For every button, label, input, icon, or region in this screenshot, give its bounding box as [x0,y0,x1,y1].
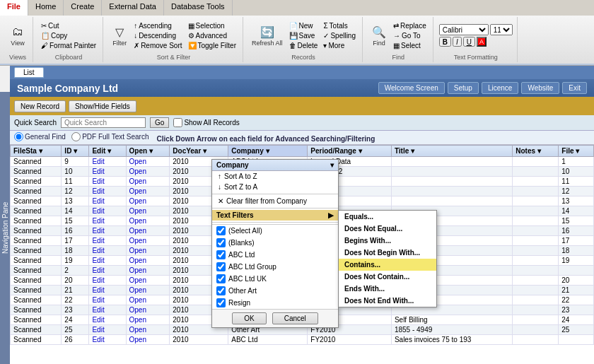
col-file[interactable]: File ▾ [559,146,594,157]
underline-button[interactable]: U [463,37,475,47]
table-cell[interactable]: Open [126,256,170,266]
edit-link[interactable]: Edit [92,158,104,165]
tab-create[interactable]: Create [64,0,102,16]
table-cell[interactable]: Edit [89,286,126,295]
table-cell[interactable]: Edit [89,177,126,187]
table-cell[interactable]: Edit [89,226,126,236]
filter-checkbox[interactable] [216,250,226,259]
edit-link[interactable]: Edit [92,266,104,274]
welcome-screen-btn[interactable]: Welcome Screen [378,82,445,94]
open-link[interactable]: Open [129,286,146,294]
table-cell[interactable]: Open [126,295,170,305]
table-cell[interactable]: Edit [89,187,126,196]
edit-link[interactable]: Edit [92,207,104,215]
edit-link[interactable]: Edit [92,247,104,254]
table-cell[interactable]: Open [126,276,170,286]
table-cell[interactable]: Edit [89,295,126,305]
tab-external-data[interactable]: External Data [102,0,164,16]
replace-button[interactable]: ⇄ Replace [391,21,429,30]
edit-link[interactable]: Edit [92,187,104,195]
checkbox-item[interactable]: Other Art [212,285,338,297]
pdf-find-radio[interactable] [71,132,81,141]
open-link[interactable]: Open [129,296,146,304]
open-link[interactable]: Open [129,316,146,324]
edit-link[interactable]: Edit [92,296,104,304]
table-cell[interactable]: Open [126,236,170,246]
edit-link[interactable]: Edit [92,336,104,344]
filter-checkbox[interactable] [216,286,226,295]
table-cell[interactable]: Open [126,177,170,187]
open-link[interactable]: Open [129,197,146,205]
new-record-toolbar-btn[interactable]: New Record [14,100,66,112]
general-find-radio[interactable] [14,132,23,141]
copy-button[interactable]: 📋 Copy [39,31,98,40]
tab-database-tools[interactable]: Database Tools [164,0,233,16]
table-cell[interactable]: Open [126,315,170,325]
col-id[interactable]: ID ▾ [62,146,89,157]
col-edit[interactable]: Edit ▾ [89,146,126,157]
sort-a-z-item[interactable]: ↑ Sort A to Z [212,171,338,182]
select-button[interactable]: ▦ Select [391,41,429,50]
does-not-equal-item[interactable]: Does Not Equal... [339,223,436,235]
edit-link[interactable]: Edit [92,306,104,314]
edit-link[interactable]: Edit [92,286,104,294]
tab-file[interactable]: File [0,0,28,16]
table-cell[interactable]: Edit [89,236,126,246]
ends-with-item[interactable]: Ends With... [339,283,436,295]
col-docyear[interactable]: DocYear ▾ [170,146,228,157]
open-link[interactable]: Open [129,177,146,185]
goto-button[interactable]: → Go To [391,31,429,40]
table-cell[interactable]: Open [126,216,170,226]
find-button[interactable]: 🔍 Find [368,22,390,49]
new-record-btn[interactable]: 📄 New [287,21,320,30]
advanced-button[interactable]: ⚙ Advanced [186,31,238,40]
open-link[interactable]: Open [129,326,146,334]
clear-filter-item[interactable]: ✕ Clear filter from Company [212,196,338,206]
bold-button[interactable]: B [439,37,451,47]
open-link[interactable]: Open [129,336,146,344]
table-cell[interactable]: Open [126,187,170,196]
ok-button[interactable]: OK [232,312,266,324]
remove-sort-button[interactable]: ✗ Remove Sort [132,41,184,50]
open-link[interactable]: Open [129,158,146,165]
font-selector[interactable]: Calibri [439,24,489,35]
col-period-range[interactable]: Period/Range ▾ [308,146,392,157]
quick-search-input[interactable] [61,117,146,128]
text-filters-item[interactable]: Text Filters ▶ Equals... Does Not Equal.… [212,210,338,221]
does-not-begin-with-item[interactable]: Does Not Begin With... [339,247,436,259]
view-button[interactable]: 🗂 View [7,22,28,49]
filter-checkbox[interactable] [216,298,226,307]
cancel-button[interactable]: Cancel [272,312,318,324]
table-cell[interactable]: Edit [89,246,126,256]
highlight-button[interactable]: A [477,37,487,47]
table-cell[interactable]: Edit [89,167,126,177]
italic-button[interactable]: I [453,37,462,47]
company-dropdown[interactable]: Company ▾ ↑ Sort A to Z ↓ Sort Z to A ✕ … [211,159,339,328]
table-cell[interactable]: Edit [89,315,126,325]
table-cell[interactable]: Edit [89,325,126,335]
setup-btn[interactable]: Setup [448,82,479,94]
open-link[interactable]: Open [129,237,146,245]
font-size-selector[interactable]: 11 [490,24,513,35]
filter-checkbox[interactable] [216,238,226,247]
table-cell[interactable]: Open [126,157,170,167]
col-filesta[interactable]: FileSta ▾ [11,146,62,157]
exit-btn[interactable]: Exit [562,82,587,94]
open-link[interactable]: Open [129,227,146,235]
open-link[interactable]: Open [129,247,146,254]
edit-link[interactable]: Edit [92,227,104,235]
licence-btn[interactable]: Licence [482,82,518,94]
format-painter-button[interactable]: 🖌 Format Painter [39,41,98,50]
checkbox-item[interactable]: ABC Ltd UK [212,273,338,285]
checkbox-item[interactable]: Resign [212,297,338,309]
table-cell[interactable]: Edit [89,266,126,276]
table-cell[interactable]: Edit [89,256,126,266]
toggle-filter-button[interactable]: 🔽 Toggle Filter [186,41,238,50]
filter-checkbox[interactable] [216,262,226,271]
table-cell[interactable]: Edit [89,157,126,167]
show-all-records-label[interactable]: Show All Records [173,118,239,127]
table-cell[interactable]: Edit [89,276,126,286]
edit-link[interactable]: Edit [92,316,104,324]
text-filters-submenu[interactable]: Equals... Does Not Equal... Begins With.… [338,210,437,307]
ascending-button[interactable]: ↑ Ascending [132,21,184,30]
